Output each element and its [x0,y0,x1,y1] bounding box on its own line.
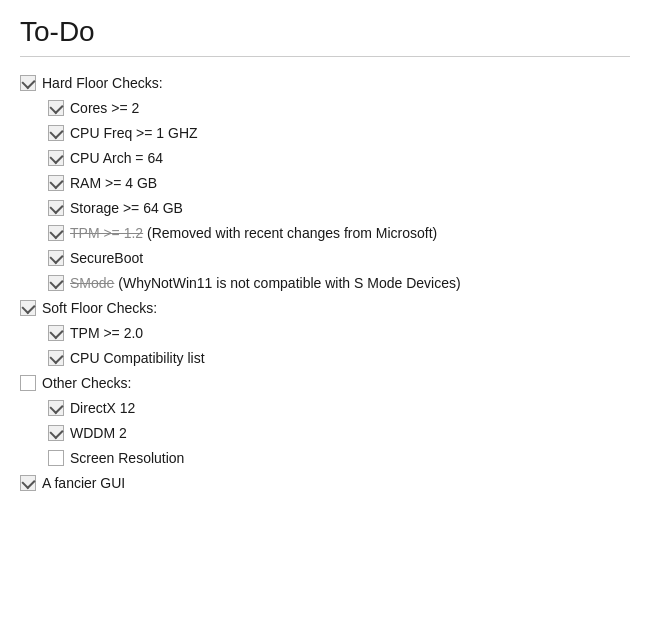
checkbox-cpu-freq[interactable] [48,125,64,141]
checkbox-directx[interactable] [48,400,64,416]
item-storage: Storage >= 64 GB [20,198,630,219]
tpm12-note: (Removed with recent changes from Micros… [143,225,437,241]
item-smode-label: SMode (WhyNotWin11 is not compatible wit… [70,273,461,294]
item-directx-label: DirectX 12 [70,398,135,419]
checkbox-tpm12[interactable] [48,225,64,241]
smode-note: (WhyNotWin11 is not compatible with S Mo… [114,275,460,291]
section-hard-floor-label: Hard Floor Checks: [42,73,163,94]
checkbox-tpm20[interactable] [48,325,64,341]
checkbox-screen-res[interactable] [48,450,64,466]
item-tpm12-label: TPM >= 1.2 (Removed with recent changes … [70,223,437,244]
item-smode: SMode (WhyNotWin11 is not compatible wit… [20,273,630,294]
checkbox-fancy-gui[interactable] [20,475,36,491]
section-fancy-gui: A fancier GUI [20,473,630,494]
checkbox-other-checks[interactable] [20,375,36,391]
section-other-checks: Other Checks: [20,373,630,394]
item-screen-res: Screen Resolution [20,448,630,469]
item-secureboot-label: SecureBoot [70,248,143,269]
item-wddm-label: WDDM 2 [70,423,127,444]
item-cpu-arch: CPU Arch = 64 [20,148,630,169]
tpm12-strikethrough: TPM >= 1.2 [70,225,143,241]
checkbox-cores[interactable] [48,100,64,116]
section-hard-floor: Hard Floor Checks: [20,73,630,94]
item-screen-res-label: Screen Resolution [70,448,184,469]
section-soft-floor: Soft Floor Checks: [20,298,630,319]
item-ram: RAM >= 4 GB [20,173,630,194]
item-tpm12: TPM >= 1.2 (Removed with recent changes … [20,223,630,244]
item-cpu-compat-label: CPU Compatibility list [70,348,205,369]
section-fancy-gui-label: A fancier GUI [42,473,125,494]
item-cpu-arch-label: CPU Arch = 64 [70,148,163,169]
checkbox-cpu-arch[interactable] [48,150,64,166]
item-secureboot: SecureBoot [20,248,630,269]
checkbox-ram[interactable] [48,175,64,191]
checkbox-cpu-compat[interactable] [48,350,64,366]
item-tpm20: TPM >= 2.0 [20,323,630,344]
item-cpu-freq: CPU Freq >= 1 GHZ [20,123,630,144]
item-directx: DirectX 12 [20,398,630,419]
checkbox-wddm[interactable] [48,425,64,441]
section-soft-floor-label: Soft Floor Checks: [42,298,157,319]
title-divider [20,56,630,57]
page-title: To-Do [20,16,630,48]
checkbox-secureboot[interactable] [48,250,64,266]
checkbox-smode[interactable] [48,275,64,291]
checkbox-hard-floor[interactable] [20,75,36,91]
item-ram-label: RAM >= 4 GB [70,173,157,194]
checkbox-soft-floor[interactable] [20,300,36,316]
item-cores: Cores >= 2 [20,98,630,119]
item-cpu-compat: CPU Compatibility list [20,348,630,369]
item-storage-label: Storage >= 64 GB [70,198,183,219]
todo-list: Hard Floor Checks: Cores >= 2 CPU Freq >… [20,73,630,494]
item-cores-label: Cores >= 2 [70,98,139,119]
item-tpm20-label: TPM >= 2.0 [70,323,143,344]
item-wddm: WDDM 2 [20,423,630,444]
item-cpu-freq-label: CPU Freq >= 1 GHZ [70,123,198,144]
checkbox-storage[interactable] [48,200,64,216]
smode-strikethrough: SMode [70,275,114,291]
section-other-checks-label: Other Checks: [42,373,131,394]
